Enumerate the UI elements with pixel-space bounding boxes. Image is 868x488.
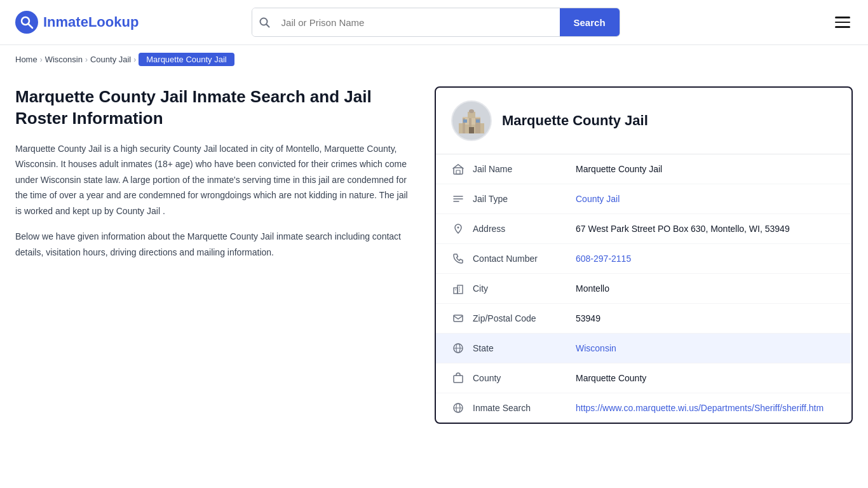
row-icon-zip (451, 313, 465, 324)
breadcrumb-type[interactable]: County Jail (90, 55, 131, 64)
row-value-jail-type[interactable]: County Jail (576, 194, 836, 204)
row-value-county: Marquette County (576, 373, 836, 383)
info-row-county: County Marquette County (436, 363, 851, 393)
svg-rect-21 (454, 288, 458, 294)
svg-rect-15 (454, 168, 463, 174)
logo-icon (15, 11, 38, 34)
row-icon-address (451, 223, 465, 234)
svg-rect-16 (456, 170, 460, 174)
row-value-inmate-search[interactable]: https://www.co.marquette.wi.us/Departmen… (576, 403, 836, 413)
row-value-contact[interactable]: 608-297-2115 (576, 254, 836, 264)
search-bar: Search (252, 8, 620, 37)
panel-title: Marquette County Jail (502, 112, 648, 129)
panel-header: Marquette County Jail (436, 88, 851, 154)
info-value-link-jail-type[interactable]: County Jail (576, 194, 620, 204)
row-icon-contact (451, 253, 465, 264)
row-label-address: Address (473, 224, 568, 234)
info-row-zip: Zip/Postal Code 53949 (436, 304, 851, 334)
search-icon (252, 8, 276, 36)
jail-info-panel: Marquette County Jail Jail Name Marquett… (435, 86, 853, 424)
row-label-jail-name: Jail Name (473, 164, 568, 174)
info-row-jail-name: Jail Name Marquette County Jail (436, 154, 851, 184)
svg-rect-7 (469, 109, 474, 113)
svg-point-20 (458, 227, 459, 229)
breadcrumb-home[interactable]: Home (15, 55, 37, 64)
page-desc-1: Marquette County Jail is a high security… (15, 141, 409, 219)
row-label-contact: Contact Number (473, 254, 568, 264)
info-row-state: State Wisconsin (436, 334, 851, 363)
page-desc-2: Below we have given information about th… (15, 229, 409, 260)
main-content: Marquette County Jail Inmate Search and … (0, 74, 868, 449)
svg-line-1 (29, 24, 33, 29)
row-value-zip: 53949 (576, 313, 836, 323)
jail-avatar (451, 100, 492, 141)
row-icon-jail-type (451, 193, 465, 205)
info-row-contact: Contact Number 608-297-2115 (436, 244, 851, 274)
search-input[interactable] (276, 8, 560, 36)
row-icon-inmate-search (451, 402, 465, 414)
info-row-address: Address 67 West Park Street PO Box 630, … (436, 214, 851, 244)
breadcrumb-current: Marquette County Jail (139, 53, 234, 66)
row-label-state: State (473, 343, 568, 353)
info-value-city: Montello (576, 283, 609, 294)
info-value-link-state[interactable]: Wisconsin (576, 343, 616, 353)
svg-rect-14 (476, 119, 480, 123)
menu-button[interactable] (832, 14, 853, 30)
info-table: Jail Name Marquette County Jail Jail Typ… (436, 154, 851, 423)
page-title: Marquette County Jail Inmate Search and … (15, 86, 409, 130)
breadcrumb-sep-3: › (133, 55, 136, 64)
info-row-city: City Montello (436, 274, 851, 304)
logo-text: InmateLookup (43, 14, 139, 30)
row-label-inmate-search: Inmate Search (473, 403, 568, 413)
logo[interactable]: InmateLookup (15, 11, 139, 34)
row-icon-jail-name (451, 163, 465, 175)
info-value-jail-name: Marquette County Jail (576, 164, 662, 174)
breadcrumb-sep-1: › (40, 55, 43, 64)
breadcrumb: Home › Wisconsin › County Jail › Marquet… (0, 45, 868, 74)
svg-rect-12 (469, 127, 474, 133)
svg-rect-13 (463, 119, 467, 123)
svg-rect-27 (454, 315, 463, 322)
row-label-jail-type: Jail Type (473, 194, 568, 204)
row-label-county: County (473, 373, 568, 383)
info-value-link-inmate-search[interactable]: https://www.co.marquette.wi.us/Departmen… (576, 403, 824, 413)
row-icon-county (451, 372, 465, 384)
row-label-city: City (473, 283, 568, 294)
left-column: Marquette County Jail Inmate Search and … (15, 86, 435, 270)
row-label-zip: Zip/Postal Code (473, 313, 568, 323)
site-header: InmateLookup Search (0, 0, 868, 45)
svg-line-3 (266, 25, 269, 27)
info-value-address: 67 West Park Street PO Box 630, Montello… (576, 224, 790, 234)
info-row-jail-type: Jail Type County Jail (436, 184, 851, 214)
info-value-county: Marquette County (576, 373, 646, 383)
breadcrumb-state[interactable]: Wisconsin (45, 55, 83, 64)
row-value-address: 67 West Park Street PO Box 630, Montello… (576, 224, 836, 234)
row-value-state[interactable]: Wisconsin (576, 343, 836, 353)
row-value-jail-name: Marquette County Jail (576, 164, 836, 174)
svg-rect-31 (454, 376, 463, 383)
info-value-zip: 53949 (576, 313, 600, 323)
info-row-inmate-search: Inmate Search https://www.co.marquette.w… (436, 393, 851, 423)
search-button[interactable]: Search (560, 8, 620, 36)
row-icon-state (451, 342, 465, 354)
row-value-city: Montello (576, 283, 836, 294)
breadcrumb-sep-2: › (85, 55, 88, 64)
info-value-link-contact[interactable]: 608-297-2115 (576, 254, 631, 264)
row-icon-city (451, 283, 465, 294)
